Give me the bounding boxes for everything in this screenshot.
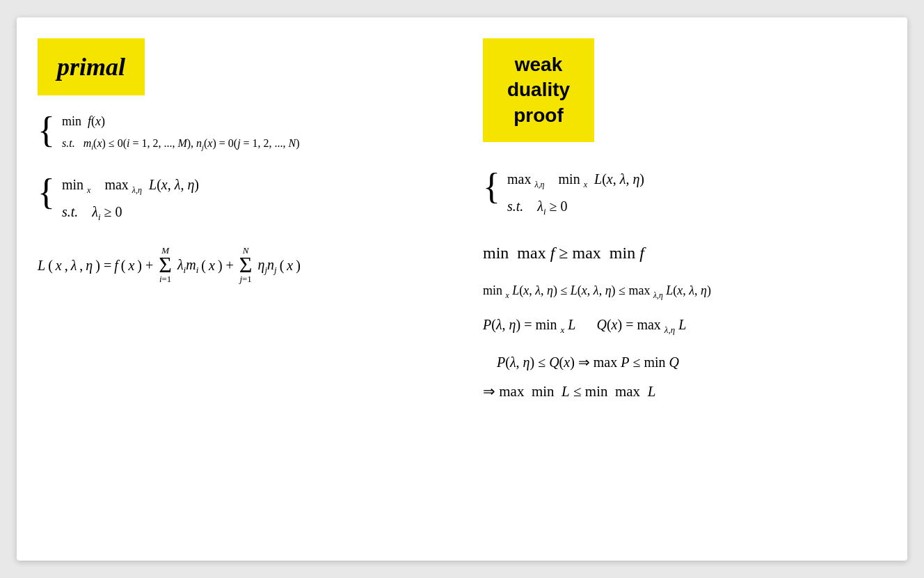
minmax-ineq: min max f ≥ max min f: [483, 237, 886, 270]
primal-s2-line1: min x max λ,η L(x, λ, η): [62, 171, 199, 198]
conclusion1: P(λ, η) ≤ Q(x) ⇒ max P ≤ min Q: [483, 350, 886, 374]
lagrangian-section: L(x, λ, η) = f(x) + M Σ i=1 λimi(x) + N …: [38, 246, 441, 285]
primal-label-text: primal: [57, 53, 125, 81]
primal-s1-line2: s.t. mi(x) ≤ 0(i = 1, 2, ..., M), nj(x) …: [62, 133, 300, 155]
dual-s1-line1: max λ,η min x L(x, λ, η): [507, 166, 644, 193]
primal-system2-content: min x max λ,η L(x, λ, η) s.t. λi ≥ 0: [62, 171, 199, 226]
primal-label: primal: [38, 38, 145, 95]
sum-N: N Σ j=1: [239, 246, 253, 285]
sum-M: M Σ i=1: [159, 246, 172, 285]
weak-duality-label: weakdualityproof: [483, 38, 594, 142]
primal-s2-line2: s.t. λi ≥ 0: [62, 198, 199, 226]
slide-container: primal { min f(x) s.t. mi(x) ≤ 0(i = 1, …: [17, 17, 907, 561]
PQ-def: P(λ, η) = min x L Q(x) = max λ,η L: [483, 313, 886, 338]
primal-system1: { min f(x) s.t. mi(x) ≤ 0(i = 1, 2, ...,…: [38, 109, 441, 155]
left-brace-2: {: [38, 174, 55, 210]
primal-s1-line1: min f(x): [62, 109, 300, 133]
slide-content: primal { min f(x) s.t. mi(x) ≤ 0(i = 1, …: [17, 17, 907, 434]
dual-s1-line2: s.t. λi ≥ 0: [507, 193, 644, 221]
sandwich-ineq: min x L(x, λ, η) ≤ L(x, λ, η) ≤ max λ,η …: [483, 280, 886, 302]
weak-duality-label-text: weakdualityproof: [507, 54, 570, 126]
left-panel: primal { min f(x) s.t. mi(x) ≤ 0(i = 1, …: [17, 17, 462, 434]
dual-system1: { max λ,η min x L(x, λ, η) s.t. λi ≥ 0: [483, 166, 886, 220]
right-panel: weakdualityproof { max λ,η min x L(x, λ,…: [462, 17, 907, 434]
left-brace-3: {: [483, 169, 500, 205]
lagrangian-eq: L(x, λ, η) = f(x) + M Σ i=1 λimi(x) + N …: [38, 246, 441, 285]
dual-system1-content: max λ,η min x L(x, λ, η) s.t. λi ≥ 0: [507, 166, 644, 220]
primal-system2: { min x max λ,η L(x, λ, η) s.t. λi ≥ 0: [38, 171, 441, 226]
conclusion2: ⇒ max min L ≤ min max L: [483, 380, 886, 405]
left-brace-1: {: [38, 112, 55, 148]
primal-system1-content: min f(x) s.t. mi(x) ≤ 0(i = 1, 2, ..., M…: [62, 109, 300, 155]
